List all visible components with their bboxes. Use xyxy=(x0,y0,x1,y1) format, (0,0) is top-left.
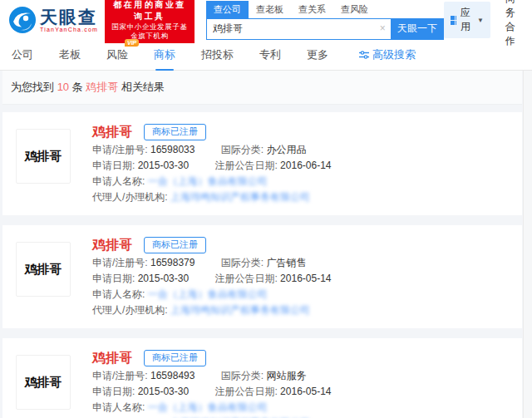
trademark-card: 鸡排哥 鸡排哥 商标已注册 申请/注册号: 16598493 国际分类: 网站服… xyxy=(2,338,522,418)
nav-item-trademark[interactable]: 商标 xyxy=(154,47,175,62)
intl-class-value: 办公用品 xyxy=(266,144,306,155)
trademark-title[interactable]: 鸡排哥 xyxy=(92,237,132,254)
search-tab-risk[interactable]: 查风险 xyxy=(333,1,376,18)
logo-title: 天眼查 xyxy=(40,8,98,27)
status-badge: 商标已注册 xyxy=(144,237,206,253)
pub-date-value: 2016-06-14 xyxy=(280,160,331,171)
intl-class-value: 网站服务 xyxy=(266,370,306,381)
search-tab-company[interactable]: 查公司 xyxy=(206,1,249,18)
promo-banner-line2: 国家中小企业发展子基金旗下机构 xyxy=(111,22,189,41)
promo-banner: 都在用的商业查询工具 国家中小企业发展子基金旗下机构 xyxy=(105,0,195,43)
business-cooperation-link[interactable]: 商务合作 xyxy=(505,0,519,48)
nav-item-bidding[interactable]: 招投标 xyxy=(201,47,234,62)
search-tab-relation[interactable]: 查关系 xyxy=(291,1,333,18)
logo[interactable]: 天眼查 TianYanCha.com xyxy=(8,6,98,34)
scrollbar-track[interactable] xyxy=(523,71,532,418)
search-input[interactable] xyxy=(206,18,391,40)
trademark-card: 鸡排哥 鸡排哥 商标已注册 申请/注册号: 16598033 国际分类: 办公用… xyxy=(2,112,522,215)
result-count: 10 xyxy=(57,81,69,93)
logo-subtitle: TianYanCha.com xyxy=(40,27,98,32)
sliders-icon xyxy=(359,50,369,60)
status-badge: 商标已注册 xyxy=(144,350,206,366)
trademark-image[interactable]: 鸡排哥 xyxy=(16,242,71,297)
pub-date-value: 2016-05-14 xyxy=(280,273,331,284)
search-tabs: 查公司 查老板 查关系 查风险 xyxy=(206,1,444,18)
status-badge: 商标已注册 xyxy=(144,124,206,140)
search-area: 查公司 查老板 查关系 查风险 × 天眼一下 xyxy=(206,1,444,40)
trademark-title[interactable]: 鸡排哥 xyxy=(92,350,132,367)
intl-class-value: 广告销售 xyxy=(266,257,306,268)
vip-badge: VIP xyxy=(125,39,139,47)
trademark-image[interactable]: 鸡排哥 xyxy=(16,355,71,410)
grid-icon xyxy=(451,16,456,25)
search-button[interactable]: 天眼一下 xyxy=(391,18,444,40)
search-tab-boss[interactable]: 查老板 xyxy=(249,1,291,18)
advanced-search-link[interactable]: 高级搜索 xyxy=(359,47,416,62)
results-area: 为您找到 10 条 鸡排哥 相关结果 鸡排哥 鸡排哥 商标已注册 申请/注册号:… xyxy=(0,71,532,418)
agent-link[interactable]: 上海玮鸣知识产权事务有限公司 xyxy=(170,304,310,316)
apply-date-value: 2015-03-30 xyxy=(138,273,189,284)
result-summary: 为您找到 10 条 鸡排哥 相关结果 xyxy=(2,71,522,105)
header: 天眼查 TianYanCha.com 都在用的商业查询工具 国家中小企业发展子基… xyxy=(0,0,532,40)
apply-date-value: 2015-03-30 xyxy=(138,160,189,171)
apply-date-value: 2015-03-30 xyxy=(138,386,189,397)
nav-item-boss[interactable]: 老板 xyxy=(59,47,81,62)
result-keyword: 鸡排哥 xyxy=(86,81,118,93)
apps-label: 应用 xyxy=(461,6,474,34)
promo-banner-line1: 都在用的商业查询工具 xyxy=(111,0,189,22)
reg-no-value: 16598493 xyxy=(150,370,195,381)
applicant-link[interactable]: 一合（上海）食品有限公司 xyxy=(148,401,268,413)
pub-date-value: 2016-05-14 xyxy=(280,386,331,397)
clear-icon[interactable]: × xyxy=(380,22,386,34)
caret-down-icon: ▼ xyxy=(477,17,484,24)
agent-link[interactable]: 上海玮鸣知识产权事务有限公司 xyxy=(170,191,310,203)
reg-no-value: 16598379 xyxy=(150,257,195,268)
apps-button[interactable]: 应用 ▼ xyxy=(444,2,490,38)
applicant-link[interactable]: 一合（上海）食品有限公司 xyxy=(148,288,268,300)
trademark-card: 鸡排哥 鸡排哥 商标已注册 申请/注册号: 16598379 国际分类: 广告销… xyxy=(2,225,522,328)
reg-no-value: 16598033 xyxy=(150,144,195,155)
trademark-title[interactable]: 鸡排哥 xyxy=(92,124,132,141)
trademark-image[interactable]: 鸡排哥 xyxy=(16,129,71,184)
nav-item-patent[interactable]: 专利 xyxy=(259,47,281,62)
nav-item-more[interactable]: 更多 xyxy=(307,47,328,62)
tianyancha-logo-icon xyxy=(8,6,37,34)
applicant-link[interactable]: 一合（上海）食品有限公司 xyxy=(148,175,268,187)
nav-item-risk[interactable]: 风险 VIP xyxy=(106,47,128,62)
nav-item-company[interactable]: 公司 xyxy=(12,47,33,62)
